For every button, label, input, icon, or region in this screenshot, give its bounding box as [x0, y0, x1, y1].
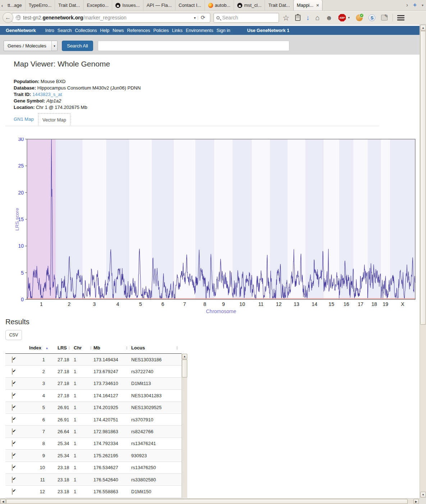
browser-tab[interactable]: mst_cl...	[234, 0, 265, 10]
back-button[interactable]: ←	[3, 12, 13, 23]
browser-tab[interactable]: TypeErro...	[25, 0, 55, 10]
browser-tab[interactable]: Exceptio...	[83, 0, 112, 10]
cell-c3: 26.64	[49, 429, 72, 434]
row-checkbox[interactable]	[12, 429, 13, 435]
nav-item-environments[interactable]: Environments	[186, 28, 213, 33]
column-header-chr[interactable]: Chr▲▼	[72, 345, 93, 350]
tab-scroll-right-icon[interactable]: ›	[406, 2, 408, 8]
global-search-input[interactable]	[98, 41, 289, 51]
cell-c2: 7	[22, 429, 49, 434]
row-checkbox[interactable]	[12, 380, 13, 386]
browser-tab[interactable]: Trait Dat...	[265, 0, 293, 10]
page-hscrollbar-track[interactable]: ◀ ▶	[0, 498, 420, 504]
url-bar[interactable]: test-gn2.genenetwork.org/marker_regressi…	[12, 13, 210, 23]
page-hscrollbar-right-icon[interactable]: ▶	[413, 499, 419, 504]
cell-c2: 8	[22, 441, 49, 446]
browser-tab[interactable]: Contact I...	[175, 0, 205, 10]
nav-item-policies[interactable]: Policies	[154, 28, 169, 33]
s-extension-icon[interactable]: S	[368, 14, 375, 21]
table-row: 327.181173.734610D1Mit113	[5, 378, 182, 390]
table-row: 925.341175.262195930923	[5, 450, 182, 462]
nav-item-references[interactable]: References	[127, 28, 150, 33]
x-tick-label-chr6: 6	[161, 301, 164, 307]
adblock-dropdown-icon[interactable]: ▼	[347, 16, 350, 19]
notes-edit-icon[interactable]	[381, 15, 388, 20]
new-tab-button[interactable]: +	[413, 1, 417, 9]
search-category-select[interactable]: Genes / Molecules ▾	[4, 41, 58, 51]
adblock-plus-icon[interactable]: ABP	[338, 14, 346, 22]
bookmark-star-icon[interactable]: ☆	[283, 14, 289, 22]
nav-item-help[interactable]: Help	[100, 28, 110, 33]
reload-icon[interactable]: ⟳	[198, 14, 208, 21]
close-tab-icon[interactable]: ×	[316, 3, 319, 8]
select-caret-icon: ▾	[51, 41, 57, 51]
brand-genenetwork[interactable]: GeneNetwork	[6, 28, 36, 33]
browser-tab[interactable]: autob...	[205, 0, 234, 10]
cell-c4: 1	[72, 453, 93, 458]
page-hscrollbar-left-icon[interactable]: ◀	[0, 499, 6, 504]
page-scrollbar-track[interactable]: ▲ ▼	[420, 24, 426, 498]
nav-item-links[interactable]: Links	[172, 28, 183, 33]
trait-id-link[interactable]: 1443823_s_at	[32, 92, 62, 97]
nav-item-news[interactable]: News	[113, 28, 124, 33]
browser-tab[interactable]: Mappi...×	[293, 0, 323, 10]
table-row: 127.181173.149434NES13033186	[5, 354, 182, 366]
table-scrollbar-track[interactable]: ▲	[182, 354, 187, 498]
row-checkbox[interactable]	[12, 477, 13, 483]
feedback-smiley-icon[interactable]: ☻	[325, 14, 333, 21]
browser-toolbar: ← test-gn2.genenetwork.org/marker_regres…	[0, 11, 426, 24]
nav-item-search[interactable]: Search	[58, 28, 72, 33]
row-checkbox[interactable]	[12, 453, 13, 459]
row-checkbox[interactable]	[12, 489, 13, 495]
cell-c6: rs3707910	[129, 417, 180, 422]
nav-item-intro[interactable]: Intro	[45, 28, 54, 33]
cell-c4: 1	[72, 429, 93, 434]
bookmarks-list-icon[interactable]	[295, 15, 301, 21]
browser-tab[interactable]: API — Fla...	[143, 0, 175, 10]
tab-scroll-left-icon[interactable]: ‹	[0, 0, 4, 10]
browser-search-box[interactable]: Search	[214, 13, 279, 23]
row-checkbox[interactable]	[12, 357, 13, 363]
row-checkbox[interactable]	[12, 440, 13, 446]
globe-icon	[16, 15, 21, 20]
nav-item-sign-in[interactable]: Sign in	[216, 28, 230, 33]
table-scrollbar-up-icon[interactable]: ▲	[182, 354, 187, 359]
cell-c5: 174.201925	[93, 405, 129, 410]
tab-vector-map[interactable]: Vector Map	[38, 113, 70, 126]
tab-list-dropdown-icon[interactable]: ▾	[422, 3, 423, 7]
x-tick-label-chr3: 3	[93, 301, 96, 307]
page-scrollbar-down-icon[interactable]: ▼	[420, 492, 426, 498]
downloads-icon[interactable]: ↓	[306, 14, 310, 21]
column-header-locus[interactable]: Locus▲▼	[129, 345, 180, 350]
table-scrollbar-thumb[interactable]	[182, 359, 187, 377]
column-header-lrs[interactable]: LRS▲▼	[49, 345, 72, 350]
row-checkbox[interactable]	[12, 368, 13, 375]
sort-both-icon: ▲▼	[90, 346, 92, 350]
cell-c5: 176.534627	[93, 465, 129, 470]
row-checkbox[interactable]	[12, 464, 13, 471]
url-dropdown-icon[interactable]: ▾	[192, 16, 198, 20]
browser-tab[interactable]: tt...age	[4, 0, 25, 10]
cookie-extension-icon[interactable]	[356, 14, 363, 21]
row-checkbox[interactable]	[12, 417, 13, 423]
column-header-index[interactable]: Index▲	[22, 345, 49, 350]
cell-c6: rs13476250	[129, 465, 180, 470]
use-genenetwork1-link[interactable]: Use GeneNetwork 1	[247, 28, 289, 33]
menu-hamburger-icon[interactable]	[397, 15, 404, 20]
page-scrollbar-thumb[interactable]	[420, 31, 426, 325]
page-scrollbar-up-icon[interactable]: ▲	[420, 25, 426, 31]
nav-item-collections[interactable]: Collections	[75, 28, 97, 33]
column-header-mb[interactable]: Mb▲▼	[93, 345, 129, 350]
home-icon[interactable]: ⌂	[315, 14, 320, 21]
browser-tab[interactable]: Trait Dat...	[55, 0, 83, 10]
page-hscrollbar-thumb[interactable]	[6, 499, 408, 504]
tab-label: tt...age	[8, 3, 22, 8]
tab-label: TypeErro...	[29, 3, 52, 8]
row-checkbox[interactable]	[12, 393, 13, 399]
search-all-button[interactable]: Search All	[62, 41, 93, 51]
tab-gn1-map[interactable]: GN1 Map	[14, 116, 34, 122]
row-checkbox[interactable]	[12, 404, 13, 411]
csv-button[interactable]: CSV	[5, 330, 22, 340]
browser-tab[interactable]: Issues...	[112, 0, 143, 10]
y-axis-title: LRS score	[14, 208, 20, 230]
